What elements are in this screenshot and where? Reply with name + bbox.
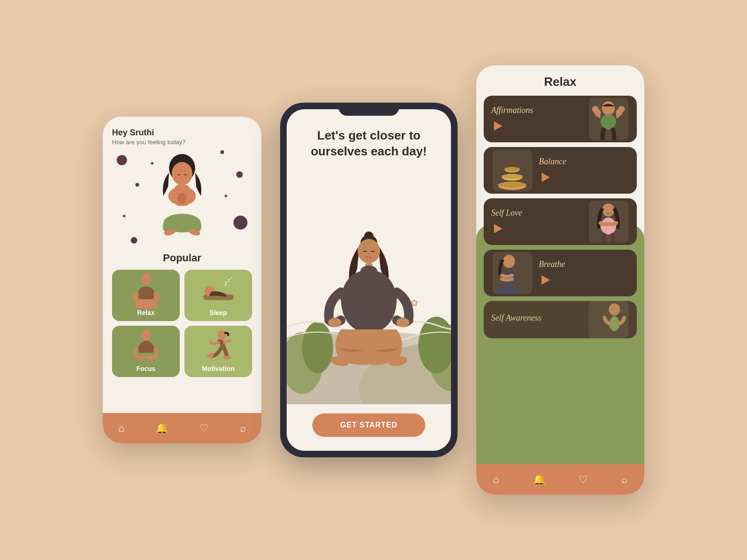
- balance-label: Balance: [539, 157, 629, 167]
- decor-dot: [135, 183, 139, 187]
- svg-point-34: [360, 266, 377, 277]
- phone2-tagline: Let's get closer to ourselves each day!: [287, 128, 451, 160]
- phone2-hero-figure: [303, 217, 434, 404]
- svg-point-19: [223, 355, 231, 359]
- svg-point-32: [358, 239, 380, 263]
- svg-point-42: [618, 106, 625, 112]
- motivation-label: Motivation: [202, 365, 235, 372]
- svg-text:z: z: [224, 280, 227, 287]
- svg-point-7: [141, 274, 151, 284]
- focus-figure: [132, 329, 160, 362]
- breathe-label: Breathe: [539, 259, 629, 269]
- affirmations-figure: [589, 98, 628, 140]
- selflove-play-button[interactable]: [491, 222, 505, 236]
- phone1-screen: Hey Sruthi How are you feeling today? ✦ …: [103, 117, 261, 443]
- phone3-nav-search-icon[interactable]: ⌕: [621, 474, 627, 486]
- affirmations-label: Affirmations: [491, 105, 587, 115]
- decor-dot: [117, 155, 127, 165]
- nav-heart-icon[interactable]: ♡: [199, 422, 209, 434]
- svg-text:z: z: [230, 276, 232, 280]
- phone2-cta-area: GET STARTED: [287, 404, 451, 451]
- relax-card-balance[interactable]: Balance: [484, 147, 637, 194]
- selflove-image: [587, 201, 629, 243]
- selflove-label: Self Love: [491, 208, 587, 218]
- selflove-play-icon: [494, 224, 502, 233]
- selfawareness-image: [587, 301, 629, 338]
- popular-title: Popular: [112, 252, 252, 264]
- phone2-hero-area: Let's get closer to ourselves each day! …: [287, 109, 451, 404]
- decor-star: ✦: [149, 160, 155, 168]
- svg-point-3: [177, 193, 187, 204]
- svg-point-17: [218, 330, 226, 340]
- sleep-label: Sleep: [210, 309, 227, 316]
- relax-card-selflove[interactable]: Self Love: [484, 198, 637, 245]
- hero-meditation-figure: [152, 154, 212, 240]
- balance-play-icon: [542, 173, 550, 182]
- decor-dot: [236, 171, 243, 178]
- get-started-button[interactable]: GET STARTED: [312, 413, 426, 437]
- category-sleep[interactable]: z z z Sleep: [184, 270, 252, 321]
- phone3-nav-home-icon[interactable]: ⌂: [493, 474, 499, 486]
- svg-text:z: z: [227, 278, 230, 283]
- balance-figure: [493, 149, 532, 191]
- svg-point-53: [609, 303, 620, 315]
- affirmations-play-button[interactable]: [491, 119, 505, 133]
- affirmations-play-icon: [494, 121, 502, 131]
- phone3-screen: Relax Affirmations: [476, 65, 644, 495]
- svg-point-35: [328, 318, 341, 327]
- breathe-play-button[interactable]: [539, 273, 553, 287]
- decor-star: ✦: [223, 192, 229, 200]
- decor-dot: [233, 216, 247, 230]
- selfawareness-figure: [589, 301, 628, 338]
- decor-dot: [220, 150, 224, 154]
- balance-play-button[interactable]: [539, 170, 553, 184]
- svg-point-50: [503, 255, 515, 268]
- greeting-sub: How are you feeling today?: [112, 139, 252, 146]
- phone3-nav-bell-icon[interactable]: 🔔: [533, 474, 545, 486]
- phone2-notch: [338, 103, 399, 116]
- relax-card-selfawareness[interactable]: Self Awareness: [484, 301, 637, 338]
- svg-point-40: [602, 101, 615, 115]
- decor-star: ✦: [121, 212, 127, 220]
- relax-list: Affirmations: [476, 96, 644, 338]
- relax-figure: [130, 273, 162, 308]
- nav-home-icon[interactable]: ⌂: [118, 422, 124, 434]
- category-grid: Relax z z z Sleep: [112, 270, 252, 377]
- sleep-figure: z z z: [201, 273, 236, 306]
- affirmations-image: [587, 98, 629, 140]
- relax-label: Relax: [137, 309, 155, 316]
- selfawareness-label: Self Awareness: [491, 313, 587, 323]
- svg-point-16: [141, 330, 151, 340]
- svg-point-1: [172, 162, 192, 185]
- phone2-screen: Let's get closer to ourselves each day! …: [280, 103, 458, 457]
- breathe-figure: [493, 252, 532, 294]
- category-relax[interactable]: Relax: [112, 270, 180, 321]
- motivation-figure: [201, 329, 236, 362]
- svg-point-36: [396, 318, 409, 327]
- phone3-nav-heart-icon[interactable]: ♡: [578, 474, 588, 486]
- decor-dot: [131, 237, 137, 244]
- nav-search-icon[interactable]: ⌕: [240, 422, 246, 434]
- category-motivation[interactable]: Motivation: [184, 326, 252, 377]
- breathe-play-icon: [542, 275, 550, 285]
- phone3-navbar: ⌂ 🔔 ♡ ⌕: [476, 464, 644, 495]
- svg-point-48: [602, 203, 614, 217]
- relax-card-breathe[interactable]: Breathe: [484, 250, 637, 296]
- svg-point-41: [592, 106, 599, 112]
- greeting-name: Hey Sruthi: [112, 128, 252, 138]
- focus-label: Focus: [136, 365, 155, 372]
- category-focus[interactable]: Focus: [112, 326, 180, 377]
- balance-image: [491, 149, 533, 191]
- breathe-image: [491, 252, 533, 294]
- nav-bell-icon[interactable]: 🔔: [155, 422, 168, 434]
- phone1-navbar: ⌂ 🔔 ♡ ⌕: [103, 413, 261, 443]
- relax-card-affirmations[interactable]: Affirmations: [484, 96, 637, 142]
- selflove-figure: [589, 201, 628, 243]
- phone3-title: Relax: [476, 65, 644, 96]
